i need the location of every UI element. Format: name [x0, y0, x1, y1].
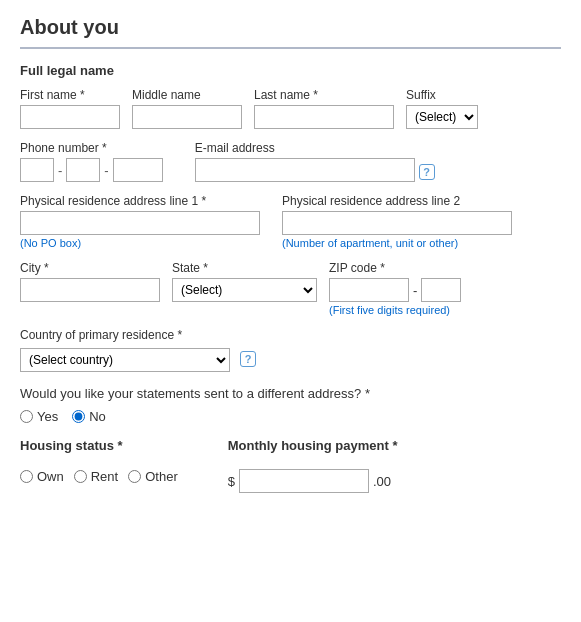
housing-other-label: Other — [145, 469, 178, 484]
zip-dash: - — [413, 283, 417, 298]
middle-name-input[interactable] — [132, 105, 242, 129]
country-select[interactable]: (Select country) — [20, 348, 230, 372]
address-line2-hint: (Number of apartment, unit or other) — [282, 237, 512, 249]
housing-other-radio[interactable] — [128, 470, 141, 483]
address-section: Physical residence address line 1 * (No … — [20, 194, 561, 316]
address-line1-hint: (No PO box) — [20, 237, 260, 249]
country-section: Country of primary residence * (Select c… — [20, 328, 561, 372]
email-help-icon[interactable]: ? — [419, 164, 435, 180]
statements-no-label: No — [89, 409, 106, 424]
title-divider — [20, 47, 561, 49]
housing-own-radio[interactable] — [20, 470, 33, 483]
housing-own-option: Own — [20, 469, 64, 484]
state-group: State * (Select) — [172, 261, 317, 302]
housing-payment-group: Monthly housing payment * $ .00 — [228, 438, 398, 493]
statements-yes-option: Yes — [20, 409, 58, 424]
last-name-group: Last name * — [254, 88, 394, 129]
statements-question: Would you like your statements sent to a… — [20, 386, 561, 401]
first-name-group: First name * — [20, 88, 120, 129]
housing-row: Housing status * Own Rent Other Monthly … — [20, 438, 561, 493]
housing-own-label: Own — [37, 469, 64, 484]
suffix-group: Suffix (Select) — [406, 88, 478, 129]
phone-mid-input[interactable] — [66, 158, 100, 182]
phone-area-input[interactable] — [20, 158, 54, 182]
statements-yes-label: Yes — [37, 409, 58, 424]
housing-status-label: Housing status * — [20, 438, 178, 453]
page-title: About you — [20, 16, 561, 39]
monthly-payment-input[interactable] — [239, 469, 369, 493]
zip-inputs: - — [329, 278, 461, 302]
housing-status-group: Housing status * Own Rent Other — [20, 438, 178, 484]
cents-label: .00 — [373, 474, 391, 489]
housing-section: Housing status * Own Rent Other Monthly … — [20, 438, 561, 493]
address-line2-group: Physical residence address line 2 (Numbe… — [282, 194, 512, 249]
zip-group: ZIP code * - (First five digits required… — [329, 261, 461, 316]
zip-hint: (First five digits required) — [329, 304, 461, 316]
housing-payment-label: Monthly housing payment * — [228, 438, 398, 453]
email-input-row: ? — [195, 158, 435, 182]
phone-last-input[interactable] — [113, 158, 163, 182]
suffix-select[interactable]: (Select) — [406, 105, 478, 129]
city-input[interactable] — [20, 278, 160, 302]
state-select[interactable]: (Select) — [172, 278, 317, 302]
statements-section: Would you like your statements sent to a… — [20, 386, 561, 424]
email-label: E-mail address — [195, 141, 435, 155]
payment-input-row: $ .00 — [228, 469, 398, 493]
address-line2-input[interactable] — [282, 211, 512, 235]
phone-dash-2: - — [104, 163, 108, 178]
statements-radio-row: Yes No — [20, 409, 561, 424]
country-group: Country of primary residence * (Select c… — [20, 328, 561, 372]
state-label: State * — [172, 261, 317, 275]
housing-rent-label: Rent — [91, 469, 118, 484]
first-name-input[interactable] — [20, 105, 120, 129]
last-name-input[interactable] — [254, 105, 394, 129]
housing-rent-radio[interactable] — [74, 470, 87, 483]
city-group: City * — [20, 261, 160, 302]
address-line1-input[interactable] — [20, 211, 260, 235]
last-name-label: Last name * — [254, 88, 394, 102]
middle-name-group: Middle name — [132, 88, 242, 129]
statements-yes-radio[interactable] — [20, 410, 33, 423]
address-line1-label: Physical residence address line 1 * — [20, 194, 260, 208]
first-name-label: First name * — [20, 88, 120, 102]
phone-dash-1: - — [58, 163, 62, 178]
housing-status-radios: Own Rent Other — [20, 469, 178, 484]
zip-label: ZIP code * — [329, 261, 461, 275]
suffix-label: Suffix — [406, 88, 478, 102]
address-line1-group: Physical residence address line 1 * (No … — [20, 194, 260, 249]
email-input[interactable] — [195, 158, 415, 182]
housing-rent-option: Rent — [74, 469, 118, 484]
country-label: Country of primary residence * — [20, 328, 561, 342]
housing-other-option: Other — [128, 469, 178, 484]
middle-name-label: Middle name — [132, 88, 242, 102]
phone-inputs: - - — [20, 158, 163, 182]
currency-symbol: $ — [228, 474, 235, 489]
city-label: City * — [20, 261, 160, 275]
zip-ext-input[interactable] — [421, 278, 461, 302]
address-line2-label: Physical residence address line 2 — [282, 194, 512, 208]
statements-no-radio[interactable] — [72, 410, 85, 423]
phone-label: Phone number * — [20, 141, 163, 155]
email-group: E-mail address ? — [195, 141, 435, 182]
phone-group: Phone number * - - — [20, 141, 163, 182]
zip-main-input[interactable] — [329, 278, 409, 302]
country-help-icon[interactable]: ? — [240, 351, 256, 367]
full-legal-name-label: Full legal name — [20, 63, 561, 78]
statements-no-option: No — [72, 409, 106, 424]
